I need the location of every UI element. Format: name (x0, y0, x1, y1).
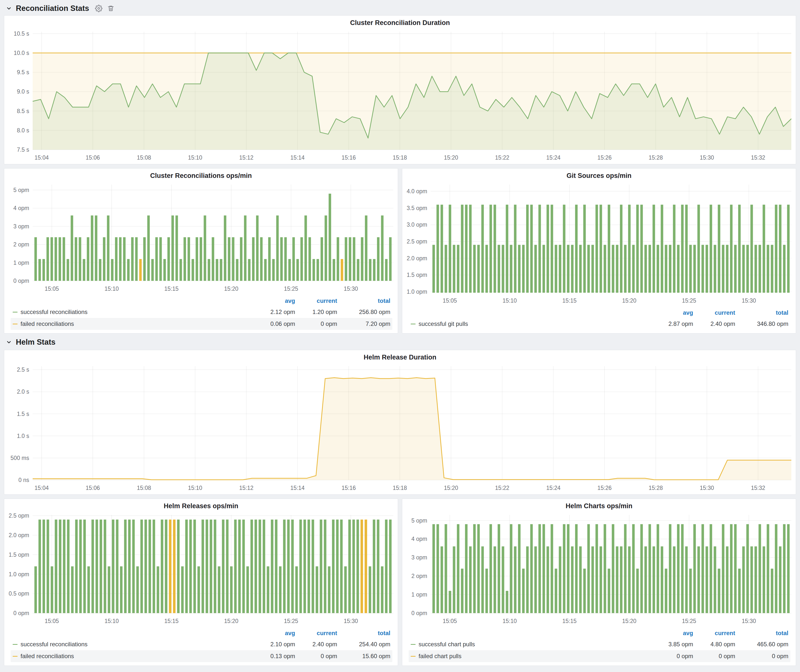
panel-title-helm-releases-opm[interactable]: Helm Releases ops/min (4, 499, 398, 511)
panel-title-helm-release-duration[interactable]: Helm Release Duration (4, 350, 796, 362)
legend-series-toggle[interactable]: successful git pulls (411, 320, 468, 327)
legend-col-current[interactable]: current (295, 298, 337, 304)
section-header-reconciliation-stats[interactable]: Reconciliation Stats (4, 2, 796, 15)
svg-text:4 opm: 4 opm (13, 205, 29, 211)
svg-text:15:04: 15:04 (34, 154, 49, 161)
legend-value-avg: 0 opm (656, 653, 693, 660)
legend-col-total[interactable]: total (735, 309, 788, 316)
legend-col-total[interactable]: total (337, 298, 390, 304)
svg-text:15:05: 15:05 (45, 286, 59, 292)
svg-text:15:22: 15:22 (495, 485, 509, 491)
svg-text:8.5 s: 8.5 s (17, 108, 29, 114)
legend-header: avg current total (11, 628, 392, 638)
svg-text:1.0 opm: 1.0 opm (407, 288, 427, 295)
svg-text:15:05: 15:05 (443, 618, 457, 624)
legend-series-label: successful reconciliations (21, 309, 88, 315)
svg-text:15:20: 15:20 (444, 485, 458, 491)
chevron-down-icon[interactable] (6, 339, 12, 345)
svg-text:4.0 opm: 4.0 opm (407, 188, 427, 194)
legend-row-successful-reconciliations: successful reconciliations 2.12 opm 1.20… (11, 306, 392, 318)
svg-text:15:05: 15:05 (443, 298, 457, 304)
chart-helm-release-duration[interactable]: 0 ns500 ms1.0 s1.5 s2.0 s2.5 s15:0415:06… (4, 362, 796, 494)
legend-series-toggle[interactable]: successful reconciliations (13, 309, 88, 315)
legend-col-avg[interactable]: avg (656, 309, 693, 316)
panel-title-git-sources-opm[interactable]: Git Sources ops/min (402, 168, 796, 181)
svg-text:15:08: 15:08 (137, 154, 151, 161)
legend-value-current: 2.40 opm (693, 320, 735, 327)
series-color-swatch (13, 656, 18, 657)
panel-cluster-reconciliation-duration: Cluster Reconciliation Duration 7.5 s8.0… (4, 15, 796, 164)
svg-text:0 opm: 0 opm (411, 610, 427, 616)
svg-text:15:15: 15:15 (164, 618, 179, 624)
legend-row-failed-reconciliations: failed reconciliations 0.06 opm 0 opm 7.… (11, 318, 392, 330)
legend-col-avg[interactable]: avg (258, 630, 295, 637)
panel-title-cluster-reconciliation-duration[interactable]: Cluster Reconciliation Duration (4, 16, 796, 28)
panel-helm-release-duration: Helm Release Duration 0 ns500 ms1.0 s1.5… (4, 350, 796, 494)
svg-text:2 opm: 2 opm (411, 573, 427, 579)
series-color-swatch (13, 312, 18, 312)
svg-text:2.0 opm: 2.0 opm (9, 532, 29, 538)
legend-series-toggle[interactable]: failed chart pulls (411, 653, 461, 660)
legend-value-avg: 0.13 opm (258, 653, 295, 660)
svg-text:2.0 s: 2.0 s (17, 389, 29, 395)
panel-title-cluster-reconciliations-opm[interactable]: Cluster Reconciliations ops/min (4, 168, 398, 181)
svg-text:0 opm: 0 opm (13, 278, 29, 284)
legend-series-label: successful git pulls (419, 320, 468, 327)
svg-text:15:26: 15:26 (597, 485, 612, 491)
svg-text:15:24: 15:24 (546, 485, 560, 491)
svg-text:15:20: 15:20 (224, 286, 238, 292)
panel-git-sources-opm: Git Sources ops/min 1.0 opm1.5 opm2.0 op… (402, 168, 796, 334)
svg-text:3.0 opm: 3.0 opm (407, 221, 427, 228)
svg-text:2.5 opm: 2.5 opm (9, 512, 29, 519)
legend-col-current[interactable]: current (693, 309, 735, 316)
chart-helm-charts-opm[interactable]: 0 opm1 opm2 opm3 opm4 opm5 opm15:0515:10… (402, 511, 796, 627)
svg-text:15:20: 15:20 (622, 618, 637, 624)
chevron-down-icon[interactable] (6, 5, 12, 11)
panel-title-helm-charts-opm[interactable]: Helm Charts ops/min (402, 499, 796, 511)
svg-text:15:15: 15:15 (164, 286, 179, 292)
section-header-helm-stats[interactable]: Helm Stats (4, 334, 796, 350)
svg-text:15:06: 15:06 (86, 485, 100, 491)
legend-value-avg: 2.12 opm (258, 309, 295, 315)
svg-text:15:18: 15:18 (393, 154, 407, 161)
series-color-swatch (13, 644, 18, 645)
legend-col-total[interactable]: total (735, 630, 788, 637)
legend-series-label: successful reconciliations (21, 641, 88, 648)
svg-text:1.0 opm: 1.0 opm (9, 571, 29, 578)
legend-series-toggle[interactable]: successful reconciliations (13, 641, 88, 648)
legend-series-label: failed reconciliations (21, 653, 74, 660)
legend-series-toggle[interactable]: failed reconciliations (13, 653, 74, 660)
legend-col-avg[interactable]: avg (258, 298, 295, 304)
svg-text:0 opm: 0 opm (13, 610, 29, 616)
trash-icon[interactable] (107, 5, 114, 12)
svg-text:15:25: 15:25 (682, 618, 696, 624)
legend-col-total[interactable]: total (337, 630, 390, 637)
section-title[interactable]: Reconciliation Stats (16, 4, 89, 13)
legend-value-current: 4.80 opm (693, 641, 735, 648)
chart-git-sources-opm[interactable]: 1.0 opm1.5 opm2.0 opm2.5 opm3.0 opm3.5 o… (402, 181, 796, 307)
chart-cluster-reconciliations-opm[interactable]: 0 opm1 opm2 opm3 opm4 opm5 opm15:0515:10… (4, 181, 398, 295)
section-title[interactable]: Helm Stats (16, 338, 55, 347)
legend-cluster-reconciliations: avg current total successful reconciliat… (4, 295, 398, 333)
svg-text:15:20: 15:20 (622, 298, 637, 304)
legend-row-failed-chart-pulls: failed chart pulls 0 opm 0 opm 0 opm (409, 650, 790, 662)
svg-text:15:14: 15:14 (290, 485, 305, 491)
svg-text:15:25: 15:25 (682, 298, 696, 304)
chart-helm-releases-opm[interactable]: 0 opm0.5 opm1.0 opm1.5 opm2.0 opm2.5 opm… (4, 511, 398, 627)
dashboard: Reconciliation Stats Cluster Reconciliat… (0, 0, 800, 671)
chart-cluster-reconciliation-duration[interactable]: 7.5 s8.0 s8.5 s9.0 s9.5 s10.0 s10.5 s15:… (4, 28, 796, 164)
svg-text:15:10: 15:10 (104, 618, 119, 624)
legend-col-current[interactable]: current (295, 630, 337, 637)
legend-value-total: 465.60 opm (735, 641, 788, 648)
legend-col-avg[interactable]: avg (656, 630, 693, 637)
legend-row-successful-reconciliations: successful reconciliations 2.10 opm 2.40… (11, 638, 392, 650)
gear-icon[interactable] (95, 5, 102, 12)
svg-text:15:12: 15:12 (239, 154, 254, 161)
svg-text:15:16: 15:16 (342, 154, 356, 161)
svg-text:15:10: 15:10 (188, 154, 202, 161)
svg-text:1.0 s: 1.0 s (17, 433, 29, 439)
legend-series-toggle[interactable]: successful chart pulls (411, 641, 475, 648)
legend-series-toggle[interactable]: failed reconciliations (13, 320, 74, 327)
legend-header: avg current total (409, 628, 790, 638)
legend-col-current[interactable]: current (693, 630, 735, 637)
